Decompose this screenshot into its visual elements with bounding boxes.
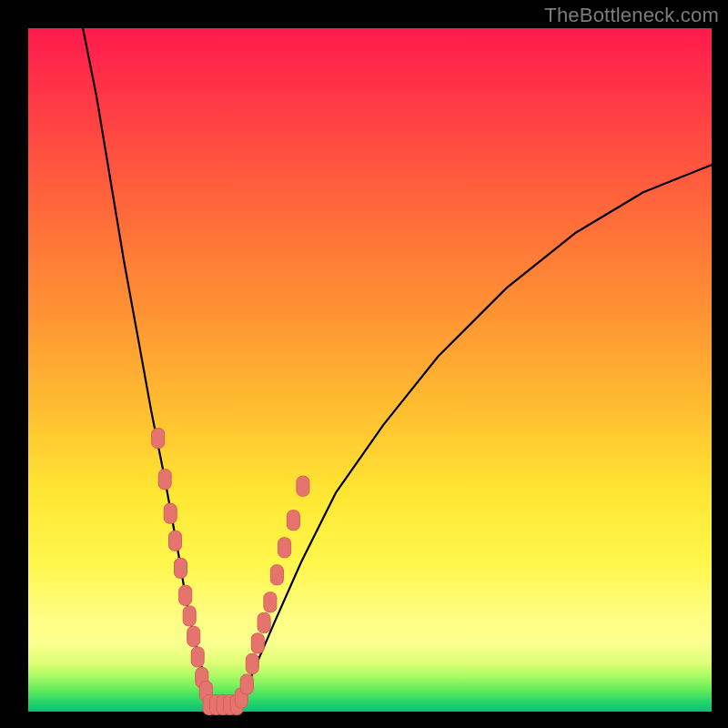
- curve-marker: [251, 633, 264, 653]
- curve-path: [83, 28, 712, 712]
- plot-area: [28, 28, 712, 712]
- curve-markers: [152, 429, 309, 715]
- curve-marker: [191, 647, 204, 667]
- curve-marker: [164, 503, 177, 523]
- curve-marker: [278, 538, 291, 558]
- curve-marker: [264, 592, 277, 612]
- curve-marker: [246, 653, 258, 673]
- curve-marker: [183, 606, 196, 626]
- curve-marker: [287, 511, 299, 531]
- curve-marker: [240, 674, 253, 694]
- curve-marker: [187, 626, 200, 646]
- bottleneck-curve: [83, 28, 712, 712]
- chart-frame: TheBottleneck.com: [0, 0, 728, 728]
- curve-marker: [258, 612, 270, 632]
- curve-marker: [270, 565, 283, 585]
- curve-marker: [297, 476, 309, 496]
- curve-marker: [158, 470, 171, 490]
- curve-marker: [152, 429, 165, 449]
- curve-marker: [175, 558, 187, 578]
- watermark-text: TheBottleneck.com: [544, 4, 719, 27]
- chart-svg: [28, 28, 712, 712]
- curve-marker: [169, 531, 182, 551]
- curve-marker: [179, 585, 192, 605]
